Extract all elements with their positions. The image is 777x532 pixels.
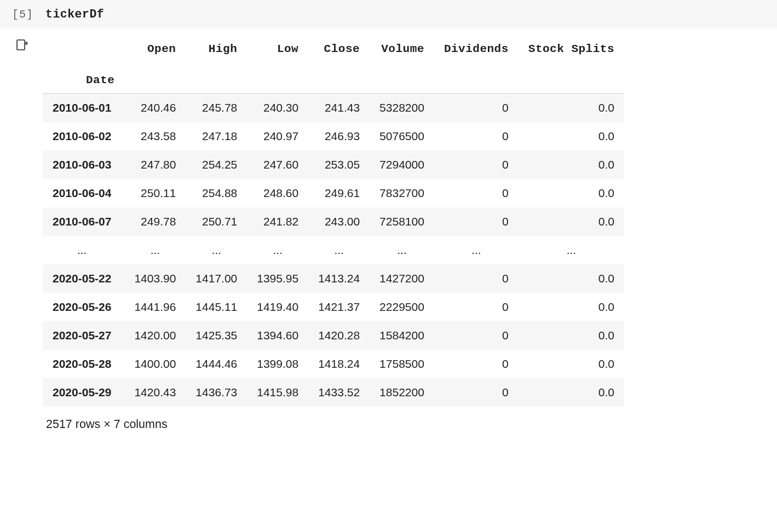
table-cell: 1413.24 [308, 264, 370, 293]
table-cell: 240.30 [247, 94, 308, 123]
table-cell: 0 [434, 179, 519, 207]
table-cell: 250.71 [186, 207, 247, 236]
table-cell: 5076500 [370, 122, 434, 151]
table-cell: 0.0 [519, 179, 624, 207]
dataframe-shape-footer: 2517 rows × 7 columns [43, 418, 755, 431]
table-row: 2020-05-261441.961445.111419.401421.3722… [43, 293, 624, 321]
table-cell: 1418.24 [308, 350, 370, 378]
table-cell: 247.60 [247, 151, 308, 179]
index-name-blank [370, 63, 434, 94]
table-cell: 0 [434, 151, 519, 179]
table-cell: ... [434, 236, 519, 264]
table-row: 2010-06-01240.46245.78240.30241.43532820… [43, 94, 624, 123]
row-index: 2010-06-07 [43, 207, 124, 236]
table-row: 2020-05-221403.901417.001395.951413.2414… [43, 264, 624, 293]
row-index: 2020-05-27 [43, 321, 124, 350]
index-name-header: Date [43, 63, 124, 94]
code-content[interactable]: tickerDf [45, 8, 104, 21]
table-cell: 1421.37 [308, 293, 370, 321]
table-cell: 248.60 [247, 179, 308, 207]
row-index: 2020-05-29 [43, 378, 124, 407]
index-name-blank [186, 63, 247, 94]
table-row: 2020-05-271420.001425.351394.601420.2815… [43, 321, 624, 350]
table-cell: 254.25 [186, 151, 247, 179]
table-cell: ... [186, 236, 247, 264]
table-cell: 247.80 [124, 151, 186, 179]
dataframe-output: OpenHighLowCloseVolumeDividendsStock Spl… [43, 35, 777, 431]
column-header: Volume [370, 35, 434, 63]
row-index: 2010-06-04 [43, 179, 124, 207]
table-cell: 241.43 [308, 94, 370, 123]
table-cell: 246.93 [308, 122, 370, 151]
table-row: 2010-06-07249.78250.71241.82243.00725810… [43, 207, 624, 236]
row-index: 2020-05-28 [43, 350, 124, 378]
table-cell: 0.0 [519, 122, 624, 151]
table-cell: 1441.96 [124, 293, 186, 321]
table-cell: 1420.43 [124, 378, 186, 407]
table-row: 2010-06-03247.80254.25247.60253.05729400… [43, 151, 624, 179]
cell-output: OpenHighLowCloseVolumeDividendsStock Spl… [0, 35, 777, 431]
table-cell: 0.0 [519, 151, 624, 179]
table-cell: 245.78 [186, 94, 247, 123]
table-cell: 0.0 [519, 264, 624, 293]
row-index: 2020-05-22 [43, 264, 124, 293]
table-cell: 1444.46 [186, 350, 247, 378]
column-header: Open [124, 35, 186, 63]
table-cell: 1417.00 [186, 264, 247, 293]
blank-header-corner [43, 35, 124, 63]
table-cell: 254.88 [186, 179, 247, 207]
table-cell: 0 [434, 207, 519, 236]
table-cell: 1399.08 [247, 350, 308, 378]
index-name-blank [124, 63, 186, 94]
table-cell: 1433.52 [308, 378, 370, 407]
table-cell: 0 [434, 122, 519, 151]
table-cell: 253.05 [308, 151, 370, 179]
table-cell: 1420.00 [124, 321, 186, 350]
table-cell: 1425.35 [186, 321, 247, 350]
table-cell: ... [247, 236, 308, 264]
table-cell: 249.61 [308, 179, 370, 207]
table-cell: 0.0 [519, 207, 624, 236]
table-row: 2020-05-291420.431436.731415.981433.5218… [43, 378, 624, 407]
dataframe-table: OpenHighLowCloseVolumeDividendsStock Spl… [43, 35, 624, 407]
row-index: 2020-05-26 [43, 293, 124, 321]
table-cell: 0.0 [519, 293, 624, 321]
table-cell: 2229500 [370, 293, 434, 321]
table-cell: ... [308, 236, 370, 264]
table-row: 2010-06-02243.58247.18240.97246.93507650… [43, 122, 624, 151]
cell-execution-count: [5] [12, 8, 33, 21]
table-cell: 240.97 [247, 122, 308, 151]
column-header: Dividends [434, 35, 519, 63]
table-cell: 0 [434, 264, 519, 293]
index-name-blank [247, 63, 308, 94]
table-cell: 243.00 [308, 207, 370, 236]
row-index: ... [43, 236, 124, 264]
code-input-row: [5] tickerDf [0, 8, 777, 21]
table-cell: 1403.90 [124, 264, 186, 293]
table-cell: 7258100 [370, 207, 434, 236]
row-index: 2010-06-03 [43, 151, 124, 179]
row-index: 2010-06-01 [43, 94, 124, 123]
table-row: 2010-06-04250.11254.88248.60249.61783270… [43, 179, 624, 207]
table-cell: 5328200 [370, 94, 434, 123]
table-cell: 1415.98 [247, 378, 308, 407]
table-cell: 241.82 [247, 207, 308, 236]
table-cell: ... [519, 236, 624, 264]
table-cell: 250.11 [124, 179, 186, 207]
table-cell: 1395.95 [247, 264, 308, 293]
code-cell[interactable]: [5] tickerDf [0, 0, 777, 28]
dataframe-body: 2010-06-01240.46245.78240.30241.43532820… [43, 94, 624, 407]
column-header: Low [247, 35, 308, 63]
svg-rect-0 [17, 40, 25, 50]
table-cell: 1394.60 [247, 321, 308, 350]
table-cell: ... [370, 236, 434, 264]
table-cell: 0.0 [519, 350, 624, 378]
table-cell: 1427200 [370, 264, 434, 293]
table-cell: 1584200 [370, 321, 434, 350]
output-indicator-icon [15, 38, 28, 54]
column-header: Close [308, 35, 370, 63]
index-name-blank [308, 63, 370, 94]
table-cell: 0 [434, 293, 519, 321]
table-cell: 1400.00 [124, 350, 186, 378]
table-cell: 0 [434, 94, 519, 123]
